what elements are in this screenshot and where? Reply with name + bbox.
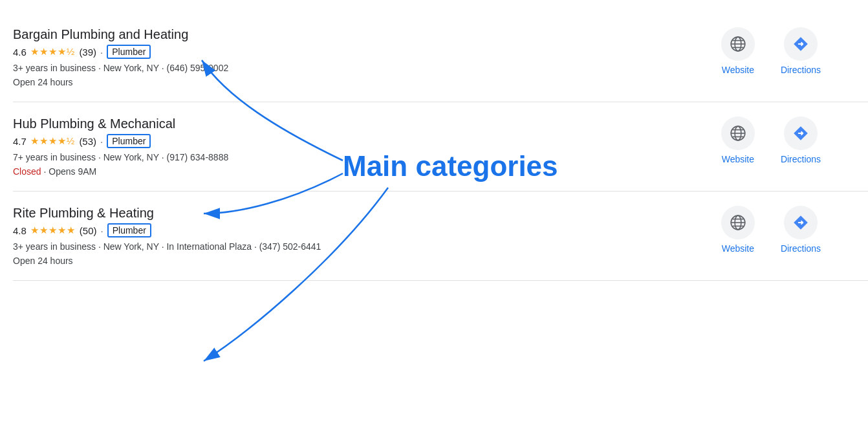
listing-hours: Closed · Opens 9AM (13, 166, 674, 177)
listing-name: Hub Plumbing & Mechanical (13, 116, 674, 131)
website-icon-circle (721, 206, 755, 239)
directions-icon-circle (784, 116, 818, 150)
listing-meta-row: 4.8 ★★★★★ (50) · Plumber (13, 223, 674, 237)
listing-name: Bargain Plumbing and Heating (13, 27, 674, 42)
website-icon-circle (721, 27, 755, 61)
directions-icon (792, 36, 809, 52)
review-count: (53) (79, 136, 96, 147)
action-buttons-row: Website Directions (721, 27, 821, 75)
directions-button[interactable]: Directions (781, 27, 821, 75)
directions-icon (792, 125, 809, 142)
website-button[interactable]: Website (721, 206, 755, 254)
stars: ★★★★★ (30, 225, 76, 236)
listing-meta-row: 4.7 ★★★★½ (53) · Plumber (13, 134, 674, 148)
dot-separator: · (100, 136, 103, 147)
directions-label: Directions (781, 243, 821, 254)
review-count: (50) (80, 225, 97, 236)
directions-icon (792, 214, 809, 231)
category-badge: Plumber (107, 134, 151, 148)
website-button[interactable]: Website (721, 27, 755, 75)
rating: 4.6 (13, 47, 27, 58)
website-label: Website (722, 154, 754, 164)
listing-actions: Website Directions (687, 27, 868, 75)
directions-label: Directions (781, 154, 821, 164)
directions-icon-circle (784, 206, 818, 239)
review-count: (39) (79, 47, 96, 58)
directions-button[interactable]: Directions (781, 206, 821, 254)
listing-item: Hub Plumbing & Mechanical 4.7 ★★★★½ (53)… (13, 102, 868, 192)
website-label: Website (722, 65, 754, 75)
listing-actions: Website Directions (687, 116, 868, 164)
listing-name: Rite Plumbing & Heating (13, 206, 674, 221)
listing-details: 3+ years in business · New York, NY · (6… (13, 61, 674, 75)
rating: 4.8 (13, 225, 27, 236)
listing-details: 3+ years in business · New York, NY · In… (13, 240, 674, 254)
listing-item: Rite Plumbing & Heating 4.8 ★★★★★ (50) ·… (13, 192, 868, 281)
globe-icon (730, 125, 746, 142)
category-badge: Plumber (107, 45, 151, 59)
globe-icon (730, 214, 746, 231)
website-button[interactable]: Website (721, 116, 755, 164)
website-icon-circle (721, 116, 755, 150)
category-badge: Plumber (107, 223, 151, 237)
listing-content: Hub Plumbing & Mechanical 4.7 ★★★★½ (53)… (13, 116, 687, 177)
action-buttons-row: Website Directions (721, 206, 821, 254)
action-buttons-row: Website Directions (721, 116, 821, 164)
listing-hours: Open 24 hours (13, 256, 674, 266)
stars: ★★★★½ (30, 46, 76, 58)
dot-separator: · (101, 225, 103, 236)
directions-label: Directions (781, 65, 821, 75)
directions-button[interactable]: Directions (781, 116, 821, 164)
listing-item: Bargain Plumbing and Heating 4.6 ★★★★½ (… (13, 13, 868, 102)
listing-content: Rite Plumbing & Heating 4.8 ★★★★★ (50) ·… (13, 206, 687, 266)
listing-details: 7+ years in business · New York, NY · (9… (13, 151, 674, 164)
listing-content: Bargain Plumbing and Heating 4.6 ★★★★½ (… (13, 27, 687, 87)
closed-text: Closed (13, 166, 41, 177)
listings-container: Bargain Plumbing and Heating 4.6 ★★★★½ (… (0, 0, 868, 294)
directions-icon-circle (784, 27, 818, 61)
opens-time: Opens 9AM (49, 166, 96, 177)
globe-icon (730, 36, 746, 52)
listing-hours: Open 24 hours (13, 77, 674, 87)
stars: ★★★★½ (30, 135, 76, 147)
listing-meta-row: 4.6 ★★★★½ (39) · Plumber (13, 45, 674, 59)
website-label: Website (722, 243, 754, 254)
listing-actions: Website Directions (687, 206, 868, 254)
rating: 4.7 (13, 136, 27, 147)
dot-separator: · (100, 47, 103, 58)
